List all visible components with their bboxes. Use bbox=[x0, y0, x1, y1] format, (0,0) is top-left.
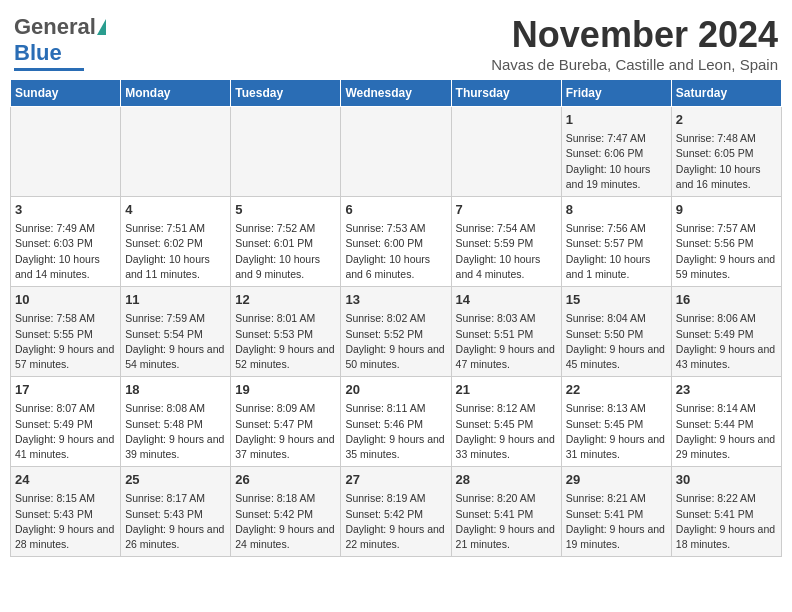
day-info: Sunrise: 8:01 AMSunset: 5:53 PMDaylight:… bbox=[235, 311, 336, 372]
calendar-cell: 28Sunrise: 8:20 AMSunset: 5:41 PMDayligh… bbox=[451, 467, 561, 557]
day-info: Sunrise: 8:21 AMSunset: 5:41 PMDaylight:… bbox=[566, 491, 667, 552]
day-number: 13 bbox=[345, 291, 446, 309]
day-number: 16 bbox=[676, 291, 777, 309]
day-info: Sunrise: 8:19 AMSunset: 5:42 PMDaylight:… bbox=[345, 491, 446, 552]
day-info: Sunrise: 7:57 AMSunset: 5:56 PMDaylight:… bbox=[676, 221, 777, 282]
day-number: 22 bbox=[566, 381, 667, 399]
day-info: Sunrise: 8:07 AMSunset: 5:49 PMDaylight:… bbox=[15, 401, 116, 462]
calendar-cell: 3Sunrise: 7:49 AMSunset: 6:03 PMDaylight… bbox=[11, 197, 121, 287]
calendar-cell: 1Sunrise: 7:47 AMSunset: 6:06 PMDaylight… bbox=[561, 107, 671, 197]
day-number: 8 bbox=[566, 201, 667, 219]
calendar-cell: 23Sunrise: 8:14 AMSunset: 5:44 PMDayligh… bbox=[671, 377, 781, 467]
day-info: Sunrise: 8:03 AMSunset: 5:51 PMDaylight:… bbox=[456, 311, 557, 372]
day-number: 28 bbox=[456, 471, 557, 489]
calendar-cell: 13Sunrise: 8:02 AMSunset: 5:52 PMDayligh… bbox=[341, 287, 451, 377]
day-info: Sunrise: 8:06 AMSunset: 5:49 PMDaylight:… bbox=[676, 311, 777, 372]
calendar-day-header: Wednesday bbox=[341, 80, 451, 107]
day-number: 25 bbox=[125, 471, 226, 489]
logo-underline bbox=[14, 68, 84, 71]
day-number: 11 bbox=[125, 291, 226, 309]
calendar-cell: 7Sunrise: 7:54 AMSunset: 5:59 PMDaylight… bbox=[451, 197, 561, 287]
day-info: Sunrise: 7:53 AMSunset: 6:00 PMDaylight:… bbox=[345, 221, 446, 282]
day-number: 2 bbox=[676, 111, 777, 129]
day-number: 3 bbox=[15, 201, 116, 219]
day-number: 12 bbox=[235, 291, 336, 309]
logo: General Blue bbox=[14, 14, 107, 71]
logo-general-text: General bbox=[14, 14, 96, 40]
calendar-cell: 19Sunrise: 8:09 AMSunset: 5:47 PMDayligh… bbox=[231, 377, 341, 467]
calendar-cell: 9Sunrise: 7:57 AMSunset: 5:56 PMDaylight… bbox=[671, 197, 781, 287]
calendar-day-header: Saturday bbox=[671, 80, 781, 107]
calendar-cell bbox=[451, 107, 561, 197]
day-number: 7 bbox=[456, 201, 557, 219]
day-info: Sunrise: 7:51 AMSunset: 6:02 PMDaylight:… bbox=[125, 221, 226, 282]
day-number: 20 bbox=[345, 381, 446, 399]
calendar-week-row: 24Sunrise: 8:15 AMSunset: 5:43 PMDayligh… bbox=[11, 467, 782, 557]
day-number: 1 bbox=[566, 111, 667, 129]
day-info: Sunrise: 8:17 AMSunset: 5:43 PMDaylight:… bbox=[125, 491, 226, 552]
calendar-cell: 29Sunrise: 8:21 AMSunset: 5:41 PMDayligh… bbox=[561, 467, 671, 557]
calendar-day-header: Monday bbox=[121, 80, 231, 107]
calendar-cell: 27Sunrise: 8:19 AMSunset: 5:42 PMDayligh… bbox=[341, 467, 451, 557]
calendar-week-row: 10Sunrise: 7:58 AMSunset: 5:55 PMDayligh… bbox=[11, 287, 782, 377]
calendar-cell: 18Sunrise: 8:08 AMSunset: 5:48 PMDayligh… bbox=[121, 377, 231, 467]
day-number: 17 bbox=[15, 381, 116, 399]
calendar-cell: 2Sunrise: 7:48 AMSunset: 6:05 PMDaylight… bbox=[671, 107, 781, 197]
day-info: Sunrise: 7:47 AMSunset: 6:06 PMDaylight:… bbox=[566, 131, 667, 192]
calendar-cell: 15Sunrise: 8:04 AMSunset: 5:50 PMDayligh… bbox=[561, 287, 671, 377]
calendar-cell: 5Sunrise: 7:52 AMSunset: 6:01 PMDaylight… bbox=[231, 197, 341, 287]
logo-blue-text: Blue bbox=[14, 40, 62, 66]
day-info: Sunrise: 7:58 AMSunset: 5:55 PMDaylight:… bbox=[15, 311, 116, 372]
day-number: 6 bbox=[345, 201, 446, 219]
calendar-cell: 25Sunrise: 8:17 AMSunset: 5:43 PMDayligh… bbox=[121, 467, 231, 557]
calendar-day-header: Sunday bbox=[11, 80, 121, 107]
day-info: Sunrise: 8:12 AMSunset: 5:45 PMDaylight:… bbox=[456, 401, 557, 462]
day-info: Sunrise: 7:48 AMSunset: 6:05 PMDaylight:… bbox=[676, 131, 777, 192]
day-number: 9 bbox=[676, 201, 777, 219]
calendar-header-row: SundayMondayTuesdayWednesdayThursdayFrid… bbox=[11, 80, 782, 107]
day-number: 23 bbox=[676, 381, 777, 399]
day-number: 19 bbox=[235, 381, 336, 399]
day-info: Sunrise: 8:04 AMSunset: 5:50 PMDaylight:… bbox=[566, 311, 667, 372]
day-number: 29 bbox=[566, 471, 667, 489]
day-info: Sunrise: 7:56 AMSunset: 5:57 PMDaylight:… bbox=[566, 221, 667, 282]
calendar-cell: 17Sunrise: 8:07 AMSunset: 5:49 PMDayligh… bbox=[11, 377, 121, 467]
day-number: 26 bbox=[235, 471, 336, 489]
calendar-day-header: Thursday bbox=[451, 80, 561, 107]
day-number: 15 bbox=[566, 291, 667, 309]
calendar-cell: 21Sunrise: 8:12 AMSunset: 5:45 PMDayligh… bbox=[451, 377, 561, 467]
calendar-week-row: 17Sunrise: 8:07 AMSunset: 5:49 PMDayligh… bbox=[11, 377, 782, 467]
location-subtitle: Navas de Bureba, Castille and Leon, Spai… bbox=[491, 56, 778, 73]
day-number: 14 bbox=[456, 291, 557, 309]
calendar-cell: 20Sunrise: 8:11 AMSunset: 5:46 PMDayligh… bbox=[341, 377, 451, 467]
day-info: Sunrise: 8:11 AMSunset: 5:46 PMDaylight:… bbox=[345, 401, 446, 462]
calendar-week-row: 1Sunrise: 7:47 AMSunset: 6:06 PMDaylight… bbox=[11, 107, 782, 197]
month-title: November 2024 bbox=[491, 14, 778, 56]
calendar-day-header: Friday bbox=[561, 80, 671, 107]
day-info: Sunrise: 8:09 AMSunset: 5:47 PMDaylight:… bbox=[235, 401, 336, 462]
day-number: 10 bbox=[15, 291, 116, 309]
calendar-week-row: 3Sunrise: 7:49 AMSunset: 6:03 PMDaylight… bbox=[11, 197, 782, 287]
day-info: Sunrise: 8:14 AMSunset: 5:44 PMDaylight:… bbox=[676, 401, 777, 462]
day-number: 18 bbox=[125, 381, 226, 399]
logo-triangle-icon bbox=[97, 19, 106, 35]
day-info: Sunrise: 8:20 AMSunset: 5:41 PMDaylight:… bbox=[456, 491, 557, 552]
calendar-cell bbox=[341, 107, 451, 197]
day-number: 21 bbox=[456, 381, 557, 399]
calendar-cell: 16Sunrise: 8:06 AMSunset: 5:49 PMDayligh… bbox=[671, 287, 781, 377]
day-info: Sunrise: 7:59 AMSunset: 5:54 PMDaylight:… bbox=[125, 311, 226, 372]
header: General Blue November 2024 Navas de Bure… bbox=[10, 10, 782, 73]
day-number: 4 bbox=[125, 201, 226, 219]
title-area: November 2024 Navas de Bureba, Castille … bbox=[491, 14, 778, 73]
calendar-cell bbox=[121, 107, 231, 197]
day-number: 24 bbox=[15, 471, 116, 489]
day-number: 5 bbox=[235, 201, 336, 219]
calendar-cell: 30Sunrise: 8:22 AMSunset: 5:41 PMDayligh… bbox=[671, 467, 781, 557]
day-info: Sunrise: 7:49 AMSunset: 6:03 PMDaylight:… bbox=[15, 221, 116, 282]
calendar-cell: 24Sunrise: 8:15 AMSunset: 5:43 PMDayligh… bbox=[11, 467, 121, 557]
calendar-cell: 22Sunrise: 8:13 AMSunset: 5:45 PMDayligh… bbox=[561, 377, 671, 467]
calendar-cell: 14Sunrise: 8:03 AMSunset: 5:51 PMDayligh… bbox=[451, 287, 561, 377]
calendar-cell: 11Sunrise: 7:59 AMSunset: 5:54 PMDayligh… bbox=[121, 287, 231, 377]
calendar-cell: 26Sunrise: 8:18 AMSunset: 5:42 PMDayligh… bbox=[231, 467, 341, 557]
day-info: Sunrise: 8:15 AMSunset: 5:43 PMDaylight:… bbox=[15, 491, 116, 552]
